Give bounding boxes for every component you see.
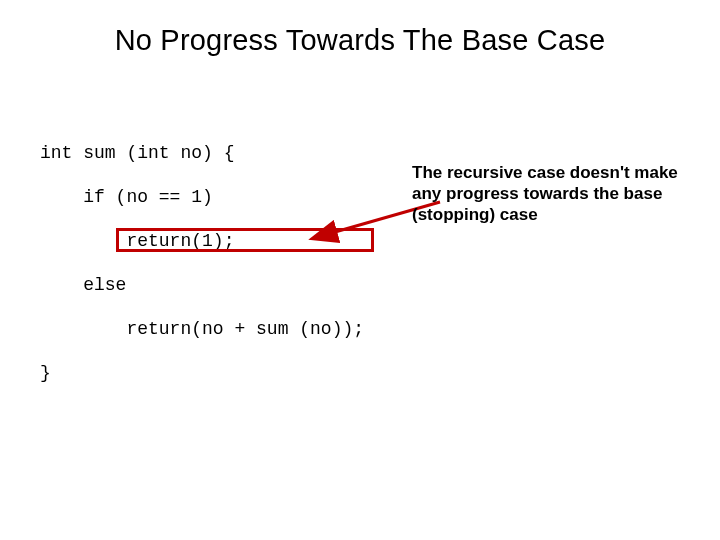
- code-block: int sum (int no) { if (no == 1) return(1…: [40, 120, 364, 406]
- code-line-1: int sum (int no) {: [40, 142, 364, 164]
- code-line-5: return(no + sum (no));: [40, 318, 364, 340]
- slide-title: No Progress Towards The Base Case: [0, 0, 720, 57]
- annotation-text: The recursive case doesn't make any prog…: [412, 162, 682, 225]
- code-line-6: }: [40, 362, 364, 384]
- code-line-3: return(1);: [40, 230, 364, 252]
- code-line-2: if (no == 1): [40, 186, 364, 208]
- code-line-4: else: [40, 274, 364, 296]
